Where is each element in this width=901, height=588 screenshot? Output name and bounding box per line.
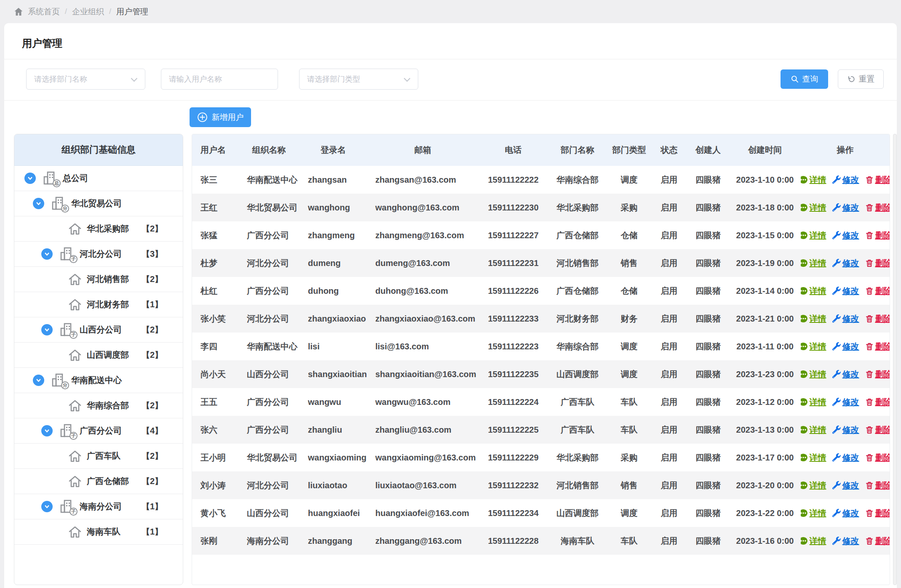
chevron-down-icon[interactable] — [33, 375, 44, 386]
table-header-row: 用户名 组织名称 登录名 邮箱 电话 部门名称 部门类型 状态 创建人 创建时间… — [192, 134, 890, 166]
trash-icon — [865, 342, 874, 351]
tree-node[interactable]: 河北财务部 【1】 — [14, 292, 183, 317]
department-house-icon — [68, 349, 82, 362]
edit-link[interactable]: 修改 — [832, 369, 859, 380]
add-user-button-label: 新增用户 — [212, 112, 244, 123]
detail-link[interactable]: 详情 — [801, 480, 826, 491]
detail-link[interactable]: 详情 — [801, 369, 826, 380]
edit-link[interactable]: 修改 — [832, 285, 859, 297]
detail-link[interactable]: 详情 — [801, 258, 826, 269]
company-building-icon: 子 — [59, 247, 75, 262]
add-user-button[interactable]: 新增用户 — [190, 107, 251, 127]
tree-node[interactable]: 子 海南分公司 【1】 — [14, 494, 183, 519]
table-body: 张三 华南配送中心 zhangsan zhangsan@163.com 1591… — [192, 166, 890, 555]
tree-node-count: 【4】 — [142, 425, 163, 436]
wrench-icon — [832, 203, 841, 212]
delete-link[interactable]: 删除 — [865, 452, 890, 463]
edit-link[interactable]: 修改 — [832, 313, 859, 325]
tree-node[interactable]: 总 总公司 — [14, 166, 183, 191]
chevron-down-icon[interactable] — [41, 248, 53, 260]
edit-link[interactable]: 修改 — [832, 341, 859, 352]
table-scrollbar[interactable] — [893, 134, 897, 585]
chevron-down-icon[interactable] — [41, 501, 53, 512]
chevron-slot — [24, 173, 42, 184]
company-badge: 分 — [61, 205, 69, 213]
edit-link[interactable]: 修改 — [832, 480, 859, 491]
reset-button[interactable]: 重置 — [838, 69, 884, 89]
delete-link[interactable]: 删除 — [865, 258, 890, 269]
detail-link[interactable]: 详情 — [801, 424, 826, 436]
edit-link[interactable]: 修改 — [832, 424, 859, 436]
delete-link[interactable]: 删除 — [865, 535, 890, 547]
col-creator: 创建人 — [687, 134, 729, 166]
tree-node-count: 【2】 — [142, 400, 163, 411]
tree-node[interactable]: 山西调度部 【2】 — [14, 343, 183, 368]
tree-node[interactable]: 海南车队 【1】 — [14, 519, 183, 545]
tree-node-label: 华南综合部 — [87, 400, 129, 411]
delete-link[interactable]: 删除 — [865, 508, 890, 519]
chevron-down-icon[interactable] — [24, 173, 36, 184]
detail-link[interactable]: 详情 — [801, 174, 826, 186]
chevron-down-icon[interactable] — [33, 198, 44, 209]
breadcrumb-item-home[interactable]: 系统首页 — [28, 6, 60, 17]
detail-link[interactable]: 详情 — [801, 313, 826, 325]
delete-link[interactable]: 删除 — [865, 369, 890, 380]
delete-link[interactable]: 删除 — [865, 341, 890, 352]
edit-link[interactable]: 修改 — [832, 230, 859, 241]
department-house-icon — [68, 450, 82, 463]
tree-node[interactable]: 广西车队 【2】 — [14, 444, 183, 469]
detail-dots-icon — [801, 231, 808, 239]
delete-link[interactable]: 删除 — [865, 480, 890, 491]
org-tree-panel: 组织部门基础信息 总 总公司 分 华北贸易公司 — [14, 134, 183, 585]
delete-link[interactable]: 删除 — [865, 396, 890, 408]
chevron-down-icon[interactable] — [41, 425, 53, 436]
detail-link[interactable]: 详情 — [801, 230, 826, 241]
query-button[interactable]: 查询 — [781, 69, 828, 89]
tree-node[interactable]: 华北采购部 【2】 — [14, 216, 183, 242]
detail-link[interactable]: 详情 — [801, 202, 826, 213]
wrench-icon — [832, 426, 841, 434]
breadcrumb-item-org[interactable]: 企业组织 — [72, 6, 104, 17]
col-org: 组织名称 — [238, 134, 299, 166]
chevron-down-icon[interactable] — [41, 324, 53, 335]
delete-link[interactable]: 删除 — [865, 285, 890, 297]
tree-node[interactable]: 子 山西分公司 【2】 — [14, 317, 183, 343]
tree-node[interactable]: 广西仓储部 【2】 — [14, 469, 183, 494]
delete-link[interactable]: 删除 — [865, 313, 890, 325]
tree-node[interactable]: 华南综合部 【2】 — [14, 393, 183, 418]
tree-node-label: 山西调度部 — [87, 349, 129, 361]
tree-node-label: 海南车队 — [87, 526, 120, 537]
user-name-input[interactable]: 请输入用户名称 — [161, 69, 278, 90]
tree-node[interactable]: 分 华南配送中心 — [14, 368, 183, 393]
tree-node[interactable]: 子 广西分公司 【4】 — [14, 418, 183, 444]
detail-link[interactable]: 详情 — [801, 508, 826, 519]
edit-link[interactable]: 修改 — [832, 174, 859, 186]
edit-link[interactable]: 修改 — [832, 452, 859, 463]
tree-node[interactable]: 分 华北贸易公司 — [14, 191, 183, 216]
detail-link[interactable]: 详情 — [801, 396, 826, 408]
detail-link[interactable]: 详情 — [801, 285, 826, 297]
tree-node-count: 【2】 — [142, 349, 163, 361]
chevron-slot — [41, 248, 59, 260]
edit-link[interactable]: 修改 — [832, 202, 859, 213]
company-building-icon: 分 — [50, 373, 66, 388]
tree-node[interactable]: 子 河北分公司 【3】 — [14, 242, 183, 267]
dept-name-select[interactable]: 请选择部门名称 — [26, 69, 145, 90]
delete-link[interactable]: 删除 — [865, 230, 890, 241]
delete-link[interactable]: 删除 — [865, 202, 890, 213]
tree-node-label: 华南配送中心 — [71, 375, 122, 386]
edit-link[interactable]: 修改 — [832, 508, 859, 519]
delete-link[interactable]: 删除 — [865, 424, 890, 436]
edit-link[interactable]: 修改 — [832, 535, 859, 547]
icon-slot: 分 — [50, 196, 71, 211]
department-house-icon — [68, 525, 82, 539]
tree-node[interactable]: 河北销售部 【2】 — [14, 267, 183, 292]
wrench-icon — [832, 231, 841, 239]
detail-link[interactable]: 详情 — [801, 341, 826, 352]
detail-link[interactable]: 详情 — [801, 452, 826, 463]
edit-link[interactable]: 修改 — [832, 258, 859, 269]
detail-link[interactable]: 详情 — [801, 535, 826, 547]
dept-type-select[interactable]: 请选择部门类型 — [299, 69, 418, 90]
delete-link[interactable]: 删除 — [865, 174, 890, 186]
edit-link[interactable]: 修改 — [832, 396, 859, 408]
